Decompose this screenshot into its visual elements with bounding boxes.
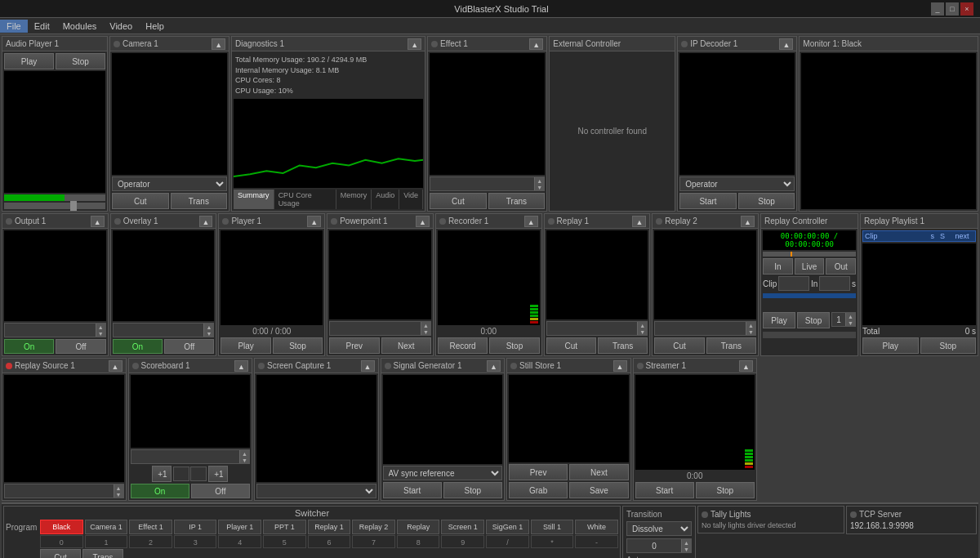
audio-volume-slider[interactable] [4, 203, 105, 209]
recorder1-expand[interactable]: ▲ [524, 216, 538, 227]
recorder1-stop-button[interactable]: Stop [489, 337, 539, 354]
switcher-prog-white[interactable]: White [575, 520, 618, 534]
replay2-input[interactable] [655, 322, 746, 335]
output1-up[interactable]: ▲ [96, 324, 105, 330]
menu-edit[interactable]: Edit [28, 20, 56, 33]
overlay1-off-button[interactable]: Off [164, 339, 214, 354]
switcher-prog-screen1[interactable]: Screen 1 [441, 520, 484, 534]
switcher-prog-siggen1[interactable]: SigGen 1 [486, 520, 529, 534]
switcher-prog-camera1[interactable]: Camera 1 [85, 520, 128, 534]
ppt1-input[interactable] [330, 322, 421, 335]
screen-cap-expand[interactable]: ▲ [361, 360, 375, 372]
switcher-prog-still1[interactable]: Still 1 [531, 520, 574, 534]
maximize-button[interactable]: □ [946, 2, 959, 16]
scoreboard1-expand[interactable]: ▲ [234, 360, 248, 372]
replay-playlist-stop-button[interactable]: Stop [920, 337, 977, 354]
scoreboard1-down[interactable]: ▼ [239, 457, 249, 463]
effect1-input[interactable] [430, 177, 534, 190]
menu-modules[interactable]: Modules [56, 20, 104, 33]
output1-on-button[interactable]: On [4, 339, 54, 354]
transition-select[interactable]: Dissolve [626, 521, 692, 536]
menu-file[interactable]: File [0, 20, 28, 33]
output1-input[interactable] [5, 324, 96, 337]
ppt1-next-button[interactable]: Next [381, 337, 431, 354]
scoreboard1-plus1a-button[interactable]: +1 [152, 466, 172, 482]
camera1-trans-button[interactable]: Trans [171, 193, 228, 209]
transition-amount-input[interactable] [627, 539, 681, 552]
ppt1-up[interactable]: ▲ [421, 322, 430, 328]
switcher-prog-player1[interactable]: Player 1 [218, 520, 261, 534]
replay1-input[interactable] [547, 322, 638, 335]
replay2-expand[interactable]: ▲ [741, 216, 755, 227]
replay-ctrl-stop-button[interactable]: Stop [797, 312, 830, 328]
replay-ctrl-speed-up[interactable]: ▲ [845, 313, 855, 319]
overlay1-input[interactable] [114, 324, 204, 337]
audio-stop-button[interactable]: Stop [56, 53, 105, 69]
transition-amount-up[interactable]: ▲ [681, 539, 691, 546]
player1-expand[interactable]: ▲ [307, 216, 321, 227]
screen-cap-select[interactable] [256, 484, 376, 498]
menu-video[interactable]: Video [103, 20, 139, 33]
output1-expand[interactable]: ▲ [91, 216, 105, 227]
tab-summary[interactable]: Summary [234, 190, 274, 209]
tab-memory[interactable]: Memory [336, 190, 372, 209]
switcher-prog-replay1[interactable]: Replay 1 [308, 520, 351, 534]
sig-gen-select[interactable]: AV sync reference [383, 466, 503, 480]
ip-decoder-start-button[interactable]: Start [679, 193, 737, 209]
ip-decoder-source-select[interactable]: Operator [679, 176, 795, 191]
replay-src-up[interactable]: ▲ [114, 484, 123, 491]
output1-off-button[interactable]: Off [56, 339, 105, 354]
replay1-expand[interactable]: ▲ [632, 216, 646, 227]
replay2-down[interactable]: ▼ [746, 328, 755, 335]
camera1-cut-button[interactable]: Cut [112, 193, 169, 209]
replay1-cut-button[interactable]: Cut [546, 337, 596, 354]
camera1-source-select[interactable]: Operator [112, 176, 227, 191]
replay2-up[interactable]: ▲ [746, 322, 755, 328]
effect1-trans-button[interactable]: Trans [488, 193, 546, 209]
replay-ctrl-play-button[interactable]: Play [763, 312, 795, 328]
overlay1-expand[interactable]: ▲ [199, 216, 213, 227]
close-button[interactable]: × [960, 2, 973, 16]
player1-stop-button[interactable]: Stop [273, 337, 323, 354]
effect1-expand[interactable]: ▲ [529, 38, 543, 50]
streamer1-expand[interactable]: ▲ [739, 360, 753, 372]
transition-amount-down[interactable]: ▼ [681, 546, 691, 552]
scoreboard1-off-button[interactable]: Off [191, 484, 250, 498]
minimize-button[interactable]: _ [931, 2, 944, 16]
still-store-expand[interactable]: ▲ [613, 360, 627, 372]
switcher-trans-button[interactable]: Trans [82, 549, 123, 558]
diagnostics-expand[interactable]: ▲ [408, 38, 421, 50]
ppt1-prev-button[interactable]: Prev [329, 337, 379, 354]
replay-playlist-play-button[interactable]: Play [862, 337, 919, 354]
overlay1-on-button[interactable]: On [113, 339, 163, 354]
still-store-grab-button[interactable]: Grab [509, 482, 568, 498]
switcher-prog-replay2[interactable]: Replay 2 [352, 520, 395, 534]
switcher-prog-ip1[interactable]: IP 1 [174, 520, 217, 534]
output1-down[interactable]: ▼ [96, 330, 105, 337]
player1-play-button[interactable]: Play [220, 337, 270, 354]
overlay1-up[interactable]: ▲ [203, 324, 213, 330]
replay-ctrl-out-button[interactable]: Out [826, 258, 856, 275]
replay1-down[interactable]: ▼ [637, 328, 647, 335]
switcher-prog-replay[interactable]: Replay [397, 520, 440, 534]
replay-src-expand[interactable]: ▲ [109, 360, 122, 372]
sig-gen-stop-button[interactable]: Stop [443, 482, 502, 498]
overlay1-down[interactable]: ▼ [203, 330, 213, 337]
scoreboard1-on-button[interactable]: On [131, 484, 189, 498]
scoreboard1-plus1b-button[interactable]: +1 [208, 466, 228, 482]
sig-gen-start-button[interactable]: Start [383, 482, 442, 498]
ppt1-down[interactable]: ▼ [421, 328, 430, 335]
effect1-down[interactable]: ▼ [534, 184, 544, 190]
switcher-cut-button[interactable]: Cut [40, 549, 81, 558]
tab-cpu-core[interactable]: CPU Core Usage [274, 190, 336, 209]
replay2-cut-button[interactable]: Cut [654, 337, 704, 354]
tab-audio[interactable]: Audio [372, 190, 399, 209]
streamer1-start-button[interactable]: Start [635, 482, 694, 498]
still-store-prev-button[interactable]: Prev [509, 464, 568, 480]
scoreboard1-up[interactable]: ▲ [239, 450, 249, 457]
replay2-trans-button[interactable]: Trans [706, 337, 756, 354]
recorder1-record-button[interactable]: Record [438, 337, 488, 354]
replay1-up[interactable]: ▲ [637, 322, 647, 328]
scoreboard1-input[interactable] [131, 450, 240, 463]
replay-ctrl-speed-input[interactable] [832, 313, 845, 326]
